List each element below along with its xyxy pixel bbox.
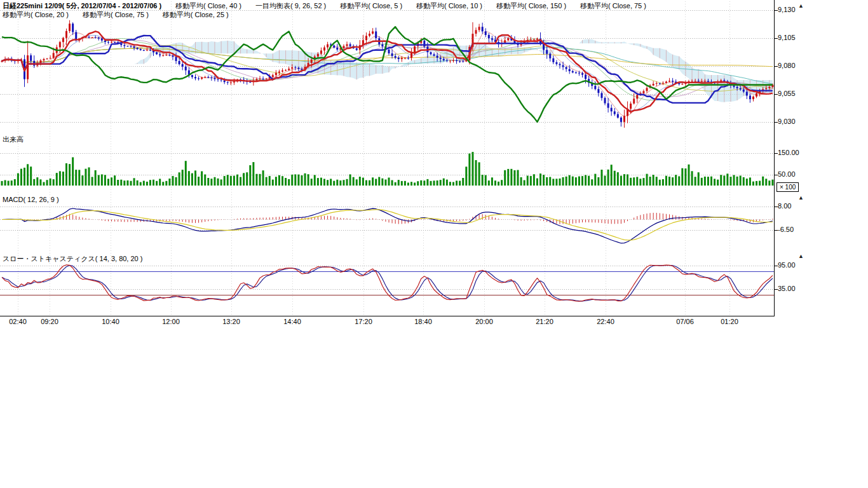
legend-item-ma75: 移動平均( Close, 75 ): [580, 2, 646, 10]
time-axis-label: 22:40: [592, 318, 620, 325]
time-axis-label: 13:20: [217, 318, 245, 325]
time-axis-label: 02:40: [4, 318, 32, 325]
stoch-pane-scroll-up-icon[interactable]: ▲: [798, 253, 804, 259]
macd-pane-label: MACD( 12, 26, 9 ): [3, 196, 59, 203]
legend-item-ichimoku: 一目均衡表( 9, 26, 52 ): [255, 2, 326, 10]
time-axis-label: 14:40: [278, 318, 306, 325]
time-axis-label: 17:20: [349, 318, 377, 325]
price-pane-scroll-up-icon[interactable]: ▲: [798, 3, 804, 9]
indicator-legend-line1: 日経225mini 12/09( 5分, 2012/07/04 - 2012/0…: [3, 2, 660, 10]
legend-item-ma20: 移動平均( Close, 20 ): [3, 11, 69, 18]
y-axis-label: 150.00: [778, 149, 799, 156]
y-axis-label: -6.50: [778, 226, 794, 233]
y-axis-label: 9,105: [778, 34, 796, 41]
y-axis-label: 9,055: [778, 90, 796, 97]
indicator-legend-line2: 移動平均( Close, 20 )移動平均( Close, 75 )移動平均( …: [3, 11, 243, 19]
time-axis-label: 18:40: [409, 318, 437, 325]
y-axis-label: 9,030: [778, 118, 796, 125]
legend-item-ma75b: 移動平均( Close, 75 ): [83, 11, 149, 18]
volume-pane-label: 出来高: [3, 135, 24, 144]
time-axis-label: 21:20: [531, 318, 559, 325]
y-axis-label: 95.00: [778, 261, 796, 269]
legend-item-ma150: 移動平均( Close, 150 ): [496, 2, 566, 10]
time-axis-label: 20:00: [470, 318, 498, 325]
y-axis-label: 9,130: [778, 6, 796, 13]
chart-title: 日経225mini 12/09( 5分, 2012/07/04 - 2012/0…: [3, 2, 161, 10]
legend-item-ma10: 移動平均( Close, 10 ): [416, 2, 482, 10]
chart-window: 日経225mini 12/09( 5分, 2012/07/04 - 2012/0…: [0, 0, 868, 488]
y-axis-label: 8.00: [778, 202, 791, 210]
y-axis-label: 35.00: [778, 285, 796, 292]
legend-item-ma40: 移動平均( Close, 40 ): [175, 2, 241, 10]
stochastics-pane-label: スロー・ストキャスティクス( 14, 3, 80, 20 ): [3, 254, 142, 264]
macd-pane-scroll-up-icon[interactable]: ▲: [798, 194, 804, 201]
volume-unit-box: × 100: [776, 182, 799, 192]
legend-item-ma5: 移動平均( Close, 5 ): [340, 2, 402, 10]
time-axis-label: 12:00: [157, 318, 185, 325]
time-axis-label: 01:20: [715, 318, 743, 325]
y-axis-label: 9,080: [778, 62, 796, 69]
chart-canvas[interactable]: [0, 0, 868, 330]
y-axis-label: 50.00: [778, 170, 796, 178]
time-axis-label: 07/06: [671, 318, 699, 325]
time-axis-label: 09:20: [36, 318, 64, 325]
legend-item-ma25: 移動平均( Close, 25 ): [163, 11, 229, 18]
time-axis-label: 10:40: [97, 318, 125, 325]
